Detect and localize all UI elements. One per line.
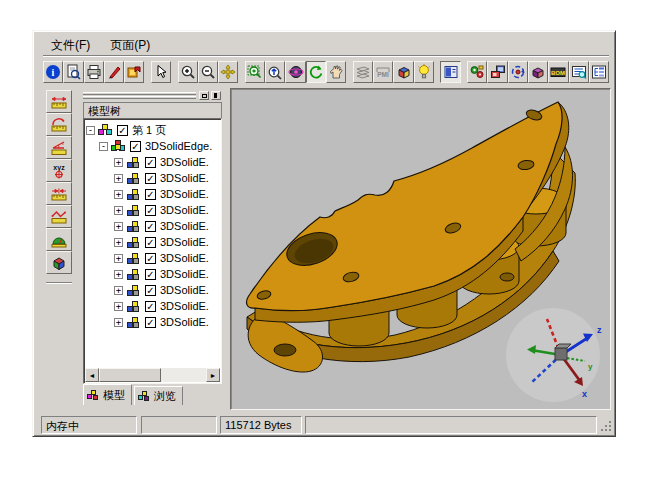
axis-y-label: y	[588, 362, 593, 371]
panel-hide-button[interactable]	[211, 91, 221, 100]
tree-item-part[interactable]: + ✓ 3DSolidE.	[86, 202, 219, 218]
expand-icon[interactable]: +	[114, 286, 123, 295]
tree-item-part[interactable]: + ✓ 3DSolidE.	[86, 218, 219, 234]
scroll-left-button[interactable]: ◄	[85, 368, 99, 382]
hand-pan-button[interactable]	[326, 61, 346, 83]
bom-button[interactable]: BOM	[548, 61, 568, 83]
collapse-icon[interactable]: -	[99, 142, 108, 151]
light-button[interactable]	[414, 61, 434, 83]
checkbox-checked[interactable]: ✓	[117, 125, 128, 136]
layers-button[interactable]	[353, 61, 373, 83]
checkbox-checked[interactable]: ✓	[145, 157, 156, 168]
tab-model[interactable]: 模型	[83, 384, 132, 405]
panel-restore-button[interactable]	[199, 91, 209, 100]
checkbox-checked[interactable]: ✓	[145, 189, 156, 200]
panel-toggle-button[interactable]	[440, 61, 460, 83]
checkbox-checked[interactable]: ✓	[145, 301, 156, 312]
viewport-3d[interactable]: z x y	[230, 88, 611, 410]
print-preview-button[interactable]	[63, 61, 83, 83]
expand-icon[interactable]: +	[114, 206, 123, 215]
checkbox-checked[interactable]: ✓	[145, 173, 156, 184]
view-cube-button[interactable]	[393, 61, 413, 83]
tab-browse[interactable]: 浏览	[134, 386, 183, 405]
tree-item-page[interactable]: - ✓ 第 1 页	[86, 122, 219, 138]
tree-item-part[interactable]: + ✓ 3DSolidE.	[86, 282, 219, 298]
expand-icon[interactable]: +	[114, 254, 123, 263]
expand-icon[interactable]: +	[114, 174, 123, 183]
assembly-config-button[interactable]	[467, 61, 487, 83]
part-icon	[126, 267, 142, 281]
export-button[interactable]	[124, 61, 144, 83]
pmi-button[interactable]: PMI	[373, 61, 393, 83]
checkbox-checked[interactable]: ✓	[145, 269, 156, 280]
axis-indicator[interactable]: z x y	[506, 308, 602, 402]
checkbox-checked[interactable]: ✓	[145, 221, 156, 232]
rotate-center-button[interactable]	[508, 61, 528, 83]
tree-horizontal-scrollbar[interactable]: ◄ ►	[85, 368, 220, 382]
markup-pen-button[interactable]	[104, 61, 124, 83]
measure-distance-button[interactable]	[46, 90, 72, 113]
expand-icon[interactable]: +	[114, 158, 123, 167]
snapshot-button[interactable]	[487, 61, 507, 83]
expand-icon[interactable]: +	[114, 270, 123, 279]
report-button[interactable]	[569, 61, 589, 83]
scroll-right-button[interactable]: ►	[206, 368, 220, 382]
checkbox-checked[interactable]: ✓	[145, 317, 156, 328]
checkbox-checked[interactable]: ✓	[145, 253, 156, 264]
panel-gripper[interactable]	[83, 91, 196, 100]
checkbox-checked[interactable]: ✓	[130, 141, 141, 152]
tree-item-part[interactable]: + ✓ 3DSolidE.	[86, 250, 219, 266]
checkbox-checked[interactable]: ✓	[145, 237, 156, 248]
zoom-window-button[interactable]	[245, 61, 265, 83]
checkbox-checked[interactable]: ✓	[145, 285, 156, 296]
tree-structure-button[interactable]	[589, 61, 609, 83]
tree-item-assembly[interactable]: - ✓ 3DSolidEdge.	[86, 138, 219, 154]
select-cursor-button[interactable]	[151, 61, 171, 83]
checkbox-checked[interactable]: ✓	[145, 205, 156, 216]
orbit-button[interactable]	[285, 61, 305, 83]
collapse-icon[interactable]: -	[86, 126, 95, 135]
measure-volume-button[interactable]	[46, 251, 72, 274]
app-window: 文件(F) 页面(P) i PMI BOM	[32, 30, 616, 437]
tree-item-part[interactable]: + ✓ 3DSolidE.	[86, 266, 219, 282]
measure-angle-button[interactable]: °	[46, 136, 72, 159]
expand-icon[interactable]: +	[114, 190, 123, 199]
tree-item-part[interactable]: + ✓ 3DSolidE.	[86, 234, 219, 250]
menu-file[interactable]: 文件(F)	[43, 35, 102, 56]
menu-bar: 文件(F) 页面(P)	[43, 35, 609, 56]
spin-button[interactable]	[306, 61, 326, 83]
expand-icon[interactable]: +	[114, 238, 123, 247]
solid-cube-button[interactable]	[528, 61, 548, 83]
print-button[interactable]	[84, 61, 104, 83]
resize-grip[interactable]	[600, 420, 613, 433]
zoom-out-button[interactable]	[198, 61, 218, 83]
measure-area-button[interactable]	[46, 228, 72, 251]
model-tree[interactable]: - ✓ 第 1 页 - ✓ 3DSolidEdge. + ✓ 3DSolidE.	[83, 118, 222, 384]
tree-item-part[interactable]: + ✓ 3DSolidE.	[86, 154, 219, 170]
sidebar-separator	[46, 282, 72, 284]
measure-polyline-button[interactable]	[46, 205, 72, 228]
expand-icon[interactable]: +	[114, 318, 123, 327]
tree-item-label: 第 1 页	[132, 123, 166, 138]
tree-item-part[interactable]: + ✓ 3DSolidE.	[86, 186, 219, 202]
measure-radius-button[interactable]	[46, 113, 72, 136]
tree-item-part[interactable]: + ✓ 3DSolidE.	[86, 314, 219, 330]
scrollbar-thumb[interactable]	[99, 368, 161, 382]
expand-icon[interactable]: +	[114, 302, 123, 311]
hand-pan-icon	[328, 64, 344, 80]
expand-icon[interactable]: +	[114, 222, 123, 231]
menu-page[interactable]: 页面(P)	[102, 35, 162, 56]
tree-item-label: 3DSolidE.	[160, 284, 209, 296]
measure-gap-button[interactable]	[46, 182, 72, 205]
part-icon	[126, 171, 142, 185]
tree-item-part[interactable]: + ✓ 3DSolidE.	[86, 170, 219, 186]
zoom-in-button[interactable]	[178, 61, 198, 83]
tree-item-part[interactable]: + ✓ 3DSolidE.	[86, 298, 219, 314]
pan-button[interactable]	[218, 61, 238, 83]
measure-coordinate-button[interactable]: xyz	[46, 159, 72, 182]
tree-item-label: 3DSolidE.	[160, 204, 209, 216]
zoom-fit-button[interactable]	[265, 61, 285, 83]
tree-panel-title: 模型树	[83, 102, 222, 118]
spin-icon	[308, 64, 324, 80]
info-button[interactable]: i	[43, 61, 63, 83]
